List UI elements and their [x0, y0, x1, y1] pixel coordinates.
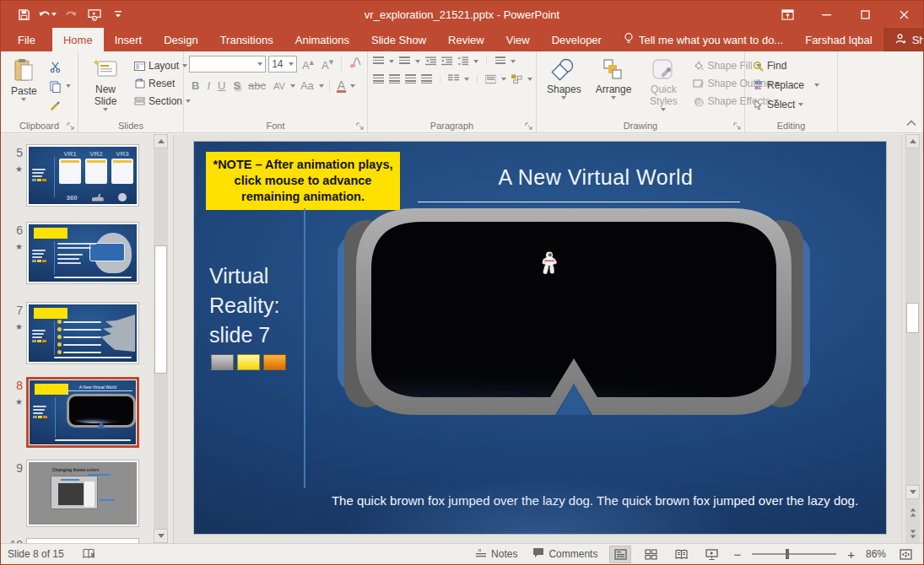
vr-goggles-graphic[interactable]	[338, 208, 810, 419]
thumbnail-slide-6[interactable]: 6★	[6, 222, 139, 284]
undo-button[interactable]	[36, 4, 58, 24]
change-case-button[interactable]: Aa	[298, 78, 316, 93]
next-slide-button[interactable]	[905, 528, 920, 540]
slide-sorter-view-button[interactable]	[640, 546, 662, 563]
minimize-icon[interactable]	[807, 1, 846, 28]
scrollbar-thumb[interactable]	[154, 245, 167, 374]
bold-button[interactable]: B	[189, 78, 202, 93]
slide-left-text[interactable]: Virtual Reality: slide 7	[209, 261, 304, 350]
select-button[interactable]: Select	[750, 97, 822, 112]
customize-qat-icon[interactable]	[107, 4, 129, 24]
italic-button[interactable]: I	[204, 78, 213, 93]
cut-button[interactable]	[46, 58, 73, 75]
thumbnail-slide-9[interactable]: 9 Changing theme colors	[6, 460, 139, 527]
tab-file[interactable]: File	[1, 28, 52, 51]
zoom-out-button[interactable]: −	[731, 547, 743, 562]
tab-home[interactable]: Home	[52, 28, 104, 51]
ribbon-display-options-icon[interactable]	[768, 1, 807, 28]
replace-button[interactable]: ab ac Replace	[750, 78, 822, 93]
align-left-icon[interactable]	[373, 73, 384, 84]
paragraph-dialog-launcher[interactable]	[525, 121, 533, 130]
slide-show-button[interactable]	[700, 546, 722, 563]
quick-styles-button[interactable]: Quick Styles	[640, 56, 686, 117]
drawing-dialog-launcher[interactable]	[733, 121, 742, 130]
scroll-down-arrow[interactable]	[154, 529, 168, 543]
tab-animations[interactable]: Animations	[284, 28, 360, 51]
arrange-button[interactable]: Arrange	[591, 56, 637, 117]
new-slide-button[interactable]: New Slide	[84, 56, 127, 117]
columns-icon[interactable]	[448, 73, 459, 84]
fit-slide-to-window-button[interactable]	[894, 546, 916, 563]
tab-transitions[interactable]: Transitions	[209, 28, 284, 51]
maximize-icon[interactable]	[846, 1, 884, 28]
scroll-up-arrow[interactable]	[905, 134, 920, 148]
zoom-slider-thumb[interactable]	[786, 549, 789, 559]
grow-font-button[interactable]: A▴	[300, 56, 316, 73]
vertical-divider-line[interactable]	[304, 208, 305, 488]
previous-slide-button[interactable]	[905, 506, 920, 518]
thumbnail-slide-7[interactable]: 7★	[6, 302, 139, 364]
decrease-indent-icon[interactable]	[425, 56, 436, 67]
justify-icon[interactable]	[421, 73, 432, 84]
scrollbar-thumb[interactable]	[906, 303, 919, 333]
tab-insert[interactable]: Insert	[104, 28, 154, 51]
slide-bottom-text[interactable]: The quick brown fox jumped over the lazy…	[304, 493, 886, 508]
font-dialog-launcher[interactable]	[356, 121, 365, 130]
thumbnail-scrollbar[interactable]	[154, 134, 168, 543]
tab-design[interactable]: Design	[153, 28, 208, 51]
gray-swatch[interactable]	[211, 354, 234, 370]
align-text-icon[interactable]	[485, 73, 496, 84]
shrink-font-button[interactable]: A▾	[319, 56, 336, 73]
text-shadow-button[interactable]: S	[230, 78, 243, 93]
slide-title[interactable]: A New Virtual World	[338, 165, 854, 190]
font-color-button[interactable]: A	[335, 78, 348, 94]
format-painter-button[interactable]	[46, 97, 73, 114]
comments-button[interactable]: Comments	[529, 546, 601, 562]
account-name[interactable]: Farshad Iqbal	[794, 28, 883, 51]
tab-slide-show[interactable]: Slide Show	[360, 28, 437, 51]
font-name-combo[interactable]	[189, 56, 266, 73]
orange-swatch[interactable]	[263, 354, 286, 370]
zoom-slider[interactable]	[752, 553, 836, 555]
normal-view-button[interactable]	[609, 546, 631, 563]
scroll-down-arrow[interactable]	[905, 485, 920, 499]
close-icon[interactable]	[884, 1, 923, 28]
align-center-icon[interactable]	[389, 73, 400, 84]
zoom-in-button[interactable]: +	[845, 547, 857, 562]
character-spacing-button[interactable]: AV	[271, 80, 288, 92]
collapse-ribbon-icon[interactable]	[906, 117, 916, 129]
numbering-icon[interactable]	[399, 56, 410, 67]
save-icon[interactable]	[13, 4, 35, 24]
tab-developer[interactable]: Developer	[541, 28, 613, 51]
start-from-beginning-icon[interactable]	[84, 4, 105, 24]
align-right-icon[interactable]	[405, 73, 416, 84]
line-spacing-icon[interactable]	[457, 56, 468, 67]
thumbnail-slide-8[interactable]: 8★ A New Virtual World	[6, 377, 139, 448]
yellow-swatch[interactable]	[237, 354, 260, 370]
share-button[interactable]: Share	[883, 28, 924, 51]
thumbnail-slide-5[interactable]: 5★ VR1 VR2 VR3 360	[6, 144, 139, 207]
slide-editing-area[interactable]: *NOTE – After animation plays, click mou…	[194, 142, 886, 534]
slide-counter[interactable]: Slide 8 of 15	[8, 548, 64, 560]
bullets-icon[interactable]	[373, 56, 384, 67]
zoom-percentage[interactable]: 86%	[866, 548, 886, 560]
find-button[interactable]: Find	[750, 58, 822, 73]
strikethrough-button[interactable]: abc	[246, 78, 268, 93]
font-size-combo[interactable]: 14	[268, 56, 297, 73]
shapes-button[interactable]: Shapes	[542, 56, 586, 117]
notes-button[interactable]: Notes	[472, 546, 521, 562]
tab-view[interactable]: View	[495, 28, 541, 51]
reading-view-button[interactable]	[670, 546, 692, 563]
scroll-up-arrow[interactable]	[154, 134, 168, 148]
text-direction-icon[interactable]	[494, 56, 505, 67]
main-vertical-scrollbar[interactable]	[901, 134, 923, 543]
paste-button[interactable]: Paste	[6, 56, 42, 117]
underline-button[interactable]: U	[215, 78, 228, 93]
clipboard-dialog-launcher[interactable]	[67, 121, 75, 130]
tab-review[interactable]: Review	[437, 28, 495, 51]
clear-formatting-button[interactable]	[347, 56, 364, 72]
tell-me-box[interactable]: Tell me what you want to do...	[613, 28, 794, 51]
increase-indent-icon[interactable]	[441, 56, 452, 67]
spelling-check-icon[interactable]	[79, 546, 100, 562]
convert-to-smartart-icon[interactable]	[511, 73, 522, 84]
